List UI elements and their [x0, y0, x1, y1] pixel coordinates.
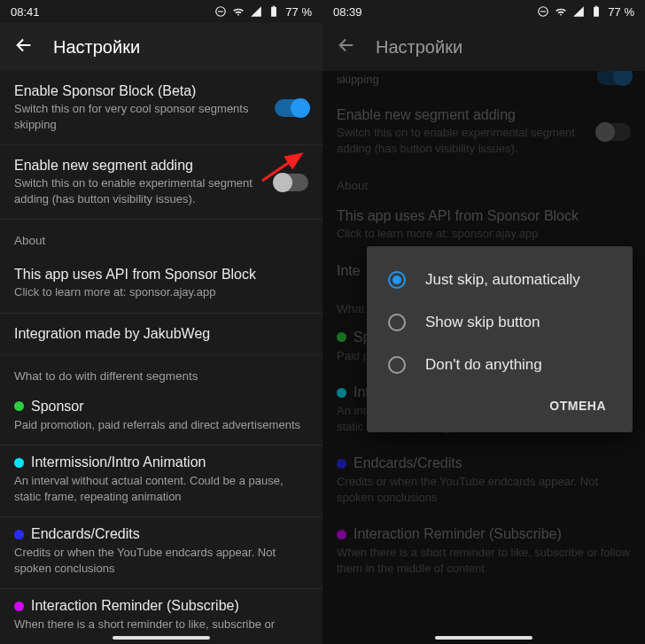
- radio-icon: [388, 271, 406, 289]
- option-just-skip[interactable]: Just skip, automatically: [374, 259, 626, 301]
- color-dot-icon: [14, 530, 24, 539]
- row-title: Enable new segment adding: [14, 158, 266, 174]
- integration-row[interactable]: Integration made by JakubWeg: [0, 314, 322, 355]
- row-desc: Switch this on for very cool sponsor seg…: [14, 101, 266, 132]
- status-right: 77 %: [537, 5, 634, 19]
- back-button[interactable]: [337, 35, 356, 58]
- segments-header: What to do with different segments: [0, 355, 322, 390]
- option-label: Show skip button: [425, 314, 540, 331]
- dnd-icon: [537, 5, 549, 18]
- color-dot-icon: [14, 401, 24, 411]
- segment-label: Sponsor: [31, 399, 84, 415]
- segment-sponsor-row[interactable]: Sponsor Paid promotion, paid referrals a…: [0, 390, 322, 446]
- battery-percent: 77 %: [608, 5, 634, 19]
- color-dot-icon: [14, 601, 24, 611]
- battery-icon: [590, 5, 602, 18]
- row-title: This app uses API from Sponsor Block: [14, 267, 308, 283]
- svg-rect-8: [594, 7, 599, 17]
- segment-desc: Paid promotion, paid referrals and direc…: [14, 417, 308, 433]
- segment-endcards-row[interactable]: Endcards/Credits Credits or when the You…: [0, 517, 322, 589]
- status-right: 77 %: [214, 5, 312, 19]
- option-label: Don't do anything: [425, 356, 542, 374]
- status-time: 08:39: [333, 5, 362, 19]
- status-bar: 08:39 77 %: [322, 0, 645, 23]
- segment-desc: An interval without actual content. Coul…: [14, 473, 308, 504]
- option-dont-do-anything[interactable]: Don't do anything: [374, 344, 626, 386]
- nav-pill[interactable]: [113, 636, 210, 640]
- svg-rect-9: [595, 6, 597, 7]
- radio-icon: [388, 314, 406, 331]
- segment-desc: Credits or when the YouTube endcards app…: [14, 545, 308, 576]
- dnd-icon: [214, 5, 227, 18]
- battery-icon: [268, 5, 280, 18]
- about-header: About: [0, 220, 322, 254]
- phone-right: 08:39 77 % Настройки skipping Enable new…: [322, 0, 645, 644]
- back-button[interactable]: [14, 35, 34, 58]
- wifi-icon: [555, 5, 567, 18]
- settings-list-dimmed: skipping Enable new segment adding Switc…: [322, 71, 645, 644]
- app-bar: Настройки: [322, 23, 645, 71]
- api-row[interactable]: This app uses API from Sponsor Block Cli…: [0, 254, 322, 314]
- color-dot-icon: [14, 458, 24, 468]
- signal-icon: [572, 5, 585, 18]
- status-time: 08:41: [11, 5, 40, 19]
- phone-left: 08:41 77 % Настройки Enable Sponsor Bloc…: [0, 0, 322, 644]
- option-label: Just skip, automatically: [425, 271, 580, 289]
- nav-pill[interactable]: [435, 636, 532, 640]
- option-show-skip-button[interactable]: Show skip button: [374, 301, 626, 344]
- svg-rect-3: [273, 6, 275, 7]
- page-title: Настройки: [53, 37, 140, 58]
- arrow-back-icon: [14, 35, 34, 55]
- segment-intermission-row[interactable]: Intermission/Intro Animation An interval…: [0, 446, 322, 517]
- cancel-button[interactable]: ОТМЕНА: [540, 392, 615, 420]
- row-title: Integration made by JakubWeg: [14, 326, 308, 342]
- enable-sponsor-block-row[interactable]: Enable Sponsor Block (Beta) Switch this …: [0, 71, 322, 145]
- segment-desc: When there is a short reminder to like, …: [14, 617, 308, 632]
- page-title: Настройки: [376, 37, 462, 58]
- enable-segment-adding-row[interactable]: Enable new segment adding Switch this on…: [0, 145, 322, 220]
- radio-icon: [388, 356, 406, 374]
- app-bar: Настройки: [0, 23, 322, 71]
- sponsor-block-toggle[interactable]: [275, 99, 308, 117]
- segment-label: Intermission/Intro Animation: [31, 454, 206, 470]
- arrow-back-icon: [337, 35, 356, 55]
- segment-label: Endcards/Credits: [31, 526, 140, 542]
- signal-icon: [250, 5, 262, 18]
- row-desc: Switch this on to enable experimental se…: [14, 175, 266, 206]
- segment-label: Interaction Reminder (Subscribe): [31, 598, 239, 614]
- settings-list[interactable]: Enable Sponsor Block (Beta) Switch this …: [0, 71, 322, 644]
- row-desc: Click to learn more at: sponsor.ajay.app: [14, 284, 308, 300]
- status-bar: 08:41 77 %: [0, 0, 322, 23]
- wifi-icon: [232, 5, 245, 18]
- battery-percent: 77 %: [285, 5, 312, 19]
- segment-action-dialog: Just skip, automatically Show skip butto…: [367, 246, 633, 432]
- row-title: Enable Sponsor Block (Beta): [14, 83, 266, 99]
- segment-adding-toggle[interactable]: [275, 174, 308, 191]
- svg-rect-2: [271, 7, 276, 17]
